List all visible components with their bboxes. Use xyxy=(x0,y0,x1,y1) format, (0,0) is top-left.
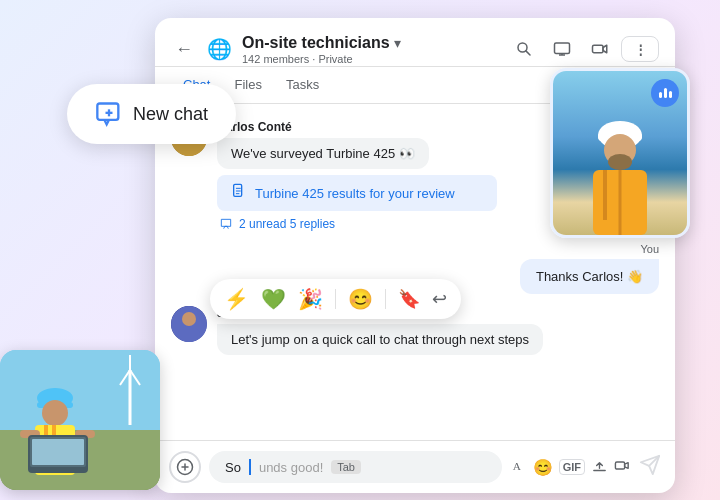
thread-text: 2 unread 5 replies xyxy=(239,217,335,231)
audio-bar-2 xyxy=(664,88,667,98)
carlos-message-bubble: We've surveyed Turbine 425 👀 xyxy=(217,138,429,169)
video-thumbnail xyxy=(550,68,690,238)
reaction-party[interactable]: 🎉 xyxy=(298,287,323,311)
attachment-text: Turbine 425 results for your review xyxy=(255,186,455,201)
video-call-button[interactable] xyxy=(583,32,617,66)
reply-action[interactable]: ↩ xyxy=(432,288,447,310)
audio-indicator xyxy=(651,79,679,107)
svg-point-38 xyxy=(182,312,196,326)
screen-share-button[interactable] xyxy=(545,32,579,66)
chat-header: ← 🌐 On-site technicians ▾ 142 members · … xyxy=(155,18,675,67)
format-icon: A xyxy=(510,457,527,474)
format-text-button[interactable]: A xyxy=(510,457,527,478)
search-icon xyxy=(515,40,533,58)
reaction-lightning[interactable]: ⚡ xyxy=(224,287,249,311)
upload-button[interactable] xyxy=(591,457,608,478)
emoji-reaction-popup: ⚡ 💚 🎉 😊 🔖 ↩ xyxy=(210,279,461,319)
reaction-smiley[interactable]: 😊 xyxy=(348,287,373,311)
screen-share-icon xyxy=(553,40,571,58)
svg-point-39 xyxy=(178,326,200,342)
person-silhouette xyxy=(575,105,665,235)
input-area: So unds good! Tab A 😊 GIF xyxy=(155,440,675,493)
emoji-divider xyxy=(335,289,336,309)
doc-icon xyxy=(231,183,247,203)
svg-rect-26 xyxy=(32,439,84,465)
jeanne-avatar xyxy=(171,306,207,342)
svg-point-18 xyxy=(42,400,68,426)
carlos-attachment[interactable]: Turbine 425 results for your review xyxy=(217,175,497,211)
new-chat-label: New chat xyxy=(133,104,208,125)
svg-rect-45 xyxy=(615,461,624,468)
svg-rect-10 xyxy=(0,350,160,430)
header-subtitle: 142 members · Private xyxy=(242,53,497,65)
add-icon xyxy=(176,458,194,476)
worker-illustration xyxy=(0,350,160,490)
audio-bars xyxy=(659,88,672,98)
search-button[interactable] xyxy=(507,32,541,66)
jeanne-message-bubble: Let's jump on a quick call to chat throu… xyxy=(217,324,543,355)
bottom-photo-bg xyxy=(0,350,160,490)
emoji-divider-2 xyxy=(385,289,386,309)
document-icon xyxy=(231,183,247,199)
bottom-photo xyxy=(0,350,160,490)
header-actions: ⋮ xyxy=(507,32,659,66)
svg-rect-36 xyxy=(234,184,242,196)
video-clip-button[interactable] xyxy=(614,457,631,478)
svg-rect-44 xyxy=(593,469,606,470)
more-options-button[interactable]: ⋮ xyxy=(621,36,659,62)
input-suggestion-text: unds good! xyxy=(259,460,323,475)
tab-tasks[interactable]: Tasks xyxy=(274,67,331,104)
svg-point-6 xyxy=(608,154,632,170)
bookmark-action[interactable]: 🔖 xyxy=(398,288,420,310)
thread-icon xyxy=(219,217,233,231)
input-actions: A 😊 GIF xyxy=(510,457,631,478)
input-tab-hint[interactable]: Tab xyxy=(331,460,361,474)
input-cursor xyxy=(249,459,251,475)
header-title-area: On-site technicians ▾ 142 members · Priv… xyxy=(242,34,497,65)
audio-bar-3 xyxy=(669,91,672,98)
more-options-icon: ⋮ xyxy=(634,42,647,57)
gif-button[interactable]: GIF xyxy=(559,459,585,475)
video-background xyxy=(553,71,687,235)
send-icon xyxy=(639,454,661,476)
new-chat-icon xyxy=(95,100,123,128)
video-call-icon xyxy=(591,40,609,58)
svg-rect-29 xyxy=(555,43,570,54)
svg-line-28 xyxy=(526,51,530,55)
reaction-heart[interactable]: 💚 xyxy=(261,287,286,311)
add-attachment-button[interactable] xyxy=(169,451,201,483)
video-clip-icon xyxy=(614,457,631,474)
chevron-down-icon[interactable]: ▾ xyxy=(394,35,401,51)
you-label: You xyxy=(640,243,659,255)
globe-icon: 🌐 xyxy=(207,37,232,61)
you-message-bubble: Thanks Carlos! 👋 xyxy=(520,259,659,294)
svg-rect-32 xyxy=(593,45,604,53)
send-button[interactable] xyxy=(639,454,661,481)
header-title-row: On-site technicians ▾ xyxy=(242,34,497,52)
audio-bar-1 xyxy=(659,92,662,98)
header-title: On-site technicians xyxy=(242,34,390,52)
message-input[interactable]: So unds good! Tab xyxy=(209,451,502,483)
new-chat-button[interactable]: New chat xyxy=(67,84,236,144)
input-typed-text: So xyxy=(225,460,241,475)
upload-icon xyxy=(591,457,608,474)
emoji-button[interactable]: 😊 xyxy=(533,458,553,477)
svg-text:A: A xyxy=(512,459,521,471)
svg-rect-8 xyxy=(603,170,607,220)
back-button[interactable]: ← xyxy=(171,35,197,64)
jeanne-avatar-img xyxy=(171,306,207,342)
